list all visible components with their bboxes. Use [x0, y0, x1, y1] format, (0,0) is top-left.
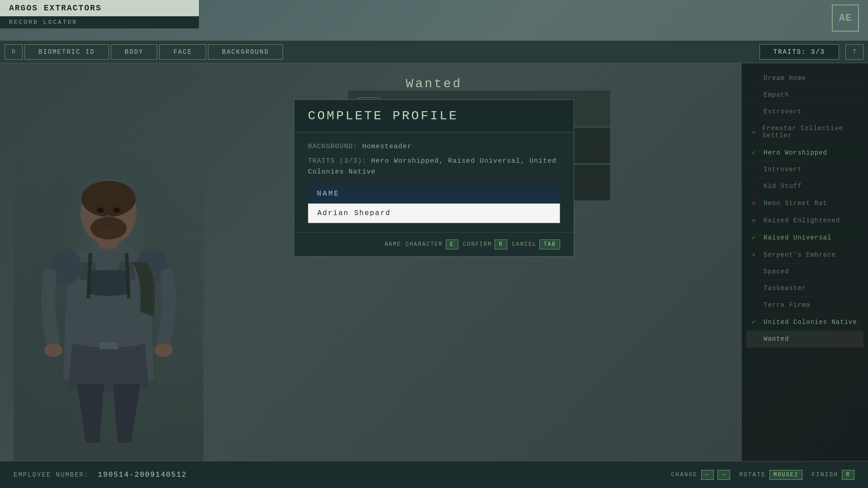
modal-background-label: BACKGROUND:	[308, 143, 358, 150]
status-bar-actions: CHANGE ← → ROTATE MOUSE2 FINISH R	[671, 470, 854, 480]
modal-body: BACKGROUND: Homesteader TRAITS (3/3): He…	[294, 132, 574, 232]
employee-number: 190514-2009140512	[98, 471, 187, 479]
modal-action-name: NAME CHARACTER E	[385, 239, 458, 249]
modal-action-confirm: CONFIRM R	[463, 239, 507, 249]
header-logo: AE	[832, 5, 859, 32]
modal-overlay: Wanted COMPLETE PROFILE BACKGROUND: Home…	[0, 63, 868, 461]
modal-action-cancel: CANCEL TAB	[512, 239, 560, 249]
modal-section-title: Wanted	[406, 77, 462, 91]
action-change-key-left[interactable]: ←	[701, 470, 714, 480]
action-finish-label: FINISH	[811, 471, 838, 478]
action-change-label: CHANGE	[671, 471, 698, 478]
nav-tabs: D BIOMETRIC ID BODY FACE BACKGROUND TRAI…	[0, 41, 868, 63]
top-header: ARGOS EXTRACTORS RECORD LOCATOR AE	[0, 0, 868, 41]
tab-background[interactable]: BACKGROUND	[208, 44, 283, 60]
action-confirm-key[interactable]: R	[495, 239, 507, 249]
nav-right-button[interactable]: T	[845, 44, 863, 60]
brand-section: ARGOS EXTRACTORS RECORD LOCATOR	[0, 0, 199, 41]
status-bar: EMPLOYEE NUMBER: 190514-2009140512 CHANG…	[0, 461, 868, 488]
action-rotate-label: ROTATE	[739, 471, 766, 478]
modal-footer: NAME CHARACTER E CONFIRM R CANCEL TAB	[294, 232, 574, 256]
employee-label: EMPLOYEE NUMBER:	[14, 471, 89, 479]
modal-traits-label: TRAITS (3/3):	[308, 157, 367, 165]
brand-title: ARGOS EXTRACTORS	[0, 0, 199, 16]
action-cancel-key[interactable]: TAB	[539, 239, 560, 249]
action-change-key-right[interactable]: →	[717, 470, 730, 480]
action-confirm-label: CONFIRM	[463, 241, 492, 248]
action-change: CHANGE ← →	[671, 470, 730, 480]
complete-profile-modal: COMPLETE PROFILE BACKGROUND: Homesteader…	[294, 99, 574, 257]
tab-body[interactable]: BODY	[111, 44, 158, 60]
action-name-label: NAME CHARACTER	[385, 241, 443, 248]
modal-traits-row: TRAITS (3/3): Hero Worshipped, Raised Un…	[308, 156, 560, 178]
action-finish: FINISH R	[811, 470, 854, 480]
modal-name-header: NAME	[308, 184, 560, 203]
tab-traits[interactable]: TRAITS: 3/3	[760, 44, 839, 60]
action-finish-key[interactable]: R	[842, 470, 854, 480]
action-rotate: ROTATE MOUSE2	[739, 470, 802, 480]
action-name-key[interactable]: E	[446, 239, 458, 249]
modal-background-value: Homesteader	[362, 143, 412, 150]
tab-face[interactable]: FACE	[159, 44, 206, 60]
modal-name-value[interactable]: Adrian Shepard	[308, 203, 560, 223]
tab-biometric-id[interactable]: BIOMETRIC ID	[24, 44, 109, 60]
nav-left-button[interactable]: D	[5, 44, 23, 60]
modal-title: COMPLETE PROFILE	[308, 109, 560, 123]
modal-background-row: BACKGROUND: Homesteader	[308, 141, 560, 152]
action-cancel-label: CANCEL	[512, 241, 537, 248]
modal-header: COMPLETE PROFILE	[294, 100, 574, 132]
brand-subtitle: RECORD LOCATOR	[0, 16, 199, 28]
action-rotate-key[interactable]: MOUSE2	[769, 470, 802, 480]
